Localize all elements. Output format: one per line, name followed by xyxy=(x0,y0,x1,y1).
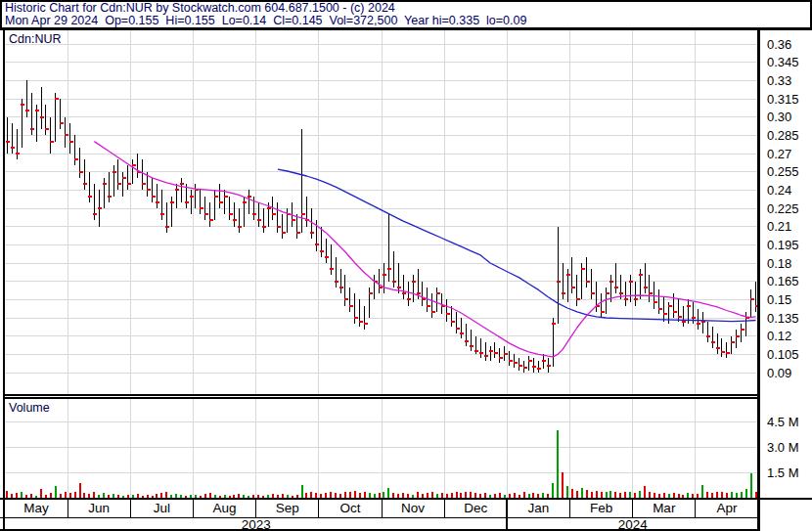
chart-quote-line: Mon Apr 29 2024 Op=0.155 Hi=0.155 Lo=0.1… xyxy=(2,15,810,27)
ma-long-line xyxy=(278,169,756,322)
stock-chart-window: Historic Chart for Cdn:NUR by Stockwatch… xyxy=(0,0,812,531)
pane-borders xyxy=(0,28,812,531)
chart-canvas xyxy=(0,0,812,531)
chart-header: Historic Chart for Cdn:NUR by Stockwatch… xyxy=(0,0,812,29)
